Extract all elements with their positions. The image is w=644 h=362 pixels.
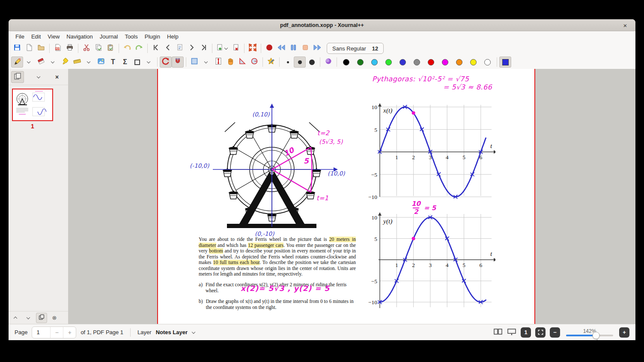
select-color-button[interactable] (499, 56, 511, 68)
sidebar-close-page-button[interactable]: ⊗ (49, 313, 60, 323)
copy-button[interactable] (92, 43, 104, 54)
next-page-button[interactable] (186, 43, 198, 54)
color-orange-button[interactable] (452, 56, 466, 68)
color-yellow-button[interactable] (466, 56, 480, 68)
record-audio-button[interactable] (263, 43, 275, 54)
toolbar-separator (279, 57, 280, 67)
forward-audio-button[interactable] (311, 43, 323, 54)
export-pdf-button[interactable]: PDF (52, 43, 64, 54)
sidebar-scroll-down-button[interactable] (23, 313, 34, 323)
svg-text:1: 1 (395, 154, 398, 160)
layer-selector[interactable]: Notes Layer (156, 329, 188, 335)
color-gray-button[interactable] (410, 56, 424, 68)
fill-toggle-button[interactable] (322, 56, 334, 68)
select-rectangle-button[interactable] (188, 56, 200, 68)
zoom-100-button[interactable]: 1 (521, 327, 531, 338)
zoom-in-button[interactable]: + (619, 327, 629, 338)
color-swatch (456, 59, 462, 65)
menu-edit[interactable]: Edit (28, 33, 44, 41)
page-number-input[interactable] (32, 327, 50, 338)
hand-tool-button[interactable] (224, 56, 236, 68)
color-cyan-button[interactable] (367, 56, 382, 68)
line-width-medium-button[interactable] (294, 56, 306, 68)
page-thumbnail[interactable] (12, 89, 53, 121)
shape-options-dropdown[interactable] (143, 56, 155, 68)
ruler-options-dropdown[interactable] (83, 56, 95, 68)
color-white-button[interactable] (480, 56, 495, 68)
line-width-thick-button[interactable] (306, 56, 318, 68)
close-window-button[interactable]: × (619, 19, 631, 31)
fine-dot-icon (287, 61, 289, 63)
font-button[interactable]: Sans Regular 12 (327, 43, 384, 54)
cut-button[interactable] (80, 43, 92, 54)
grid-snapping-button[interactable] (172, 56, 184, 68)
pause-audio-button[interactable] (287, 43, 299, 54)
color-magenta-button[interactable] (438, 56, 452, 68)
menu-tools[interactable]: Tools (121, 33, 141, 41)
open-document-button[interactable] (35, 43, 47, 54)
menu-file[interactable]: File (12, 33, 28, 41)
fullscreen-button[interactable] (247, 43, 259, 54)
ruler-tool-button[interactable] (71, 56, 83, 68)
setsquare-tool-button[interactable] (236, 56, 248, 68)
line-width-fine-button[interactable] (282, 56, 294, 68)
image-tool-button[interactable] (95, 56, 107, 68)
menu-help[interactable]: Help (164, 33, 182, 41)
sidebar-close-button[interactable]: × (51, 71, 63, 83)
sidebar-duplicate-button[interactable] (36, 313, 47, 323)
rewind-audio-button[interactable] (275, 43, 287, 54)
presentation-mode-button[interactable] (507, 328, 516, 337)
previous-annotated-page-button[interactable] (174, 43, 186, 54)
pdf-page[interactable]: Pythagoras: √10²-5² = √75 = 5√3 ≈ 8.66 (157, 69, 535, 324)
previous-page-button[interactable] (162, 43, 174, 54)
compass-tool-button[interactable] (248, 56, 260, 68)
vertical-space-tool-button[interactable] (212, 56, 224, 68)
zoom-slider[interactable] (566, 335, 613, 336)
redo-button[interactable] (133, 43, 145, 54)
sidebar-dropdown-button[interactable] (33, 71, 45, 83)
toolbar-separator (119, 44, 119, 53)
paste-button[interactable] (104, 43, 116, 54)
page-increment-button[interactable]: + (63, 327, 76, 338)
svg-text:t: t (490, 250, 492, 257)
dual-page-view-button[interactable] (493, 328, 503, 337)
print-button[interactable] (64, 43, 76, 54)
vertical-space-icon (215, 57, 222, 67)
add-page-button[interactable] (215, 43, 230, 54)
sidebar-pages-tab-button[interactable] (11, 71, 24, 83)
page-decrement-button[interactable]: − (50, 327, 63, 338)
zoom-slider-handle[interactable] (593, 332, 600, 339)
zoom-out-button[interactable]: − (550, 327, 560, 338)
eraser-tool-button[interactable] (35, 56, 47, 68)
chevron-down-icon (27, 315, 30, 319)
menu-view[interactable]: View (44, 33, 63, 41)
pen-tool-button[interactable] (11, 56, 23, 68)
delete-page-button[interactable] (230, 43, 242, 54)
color-blue-button[interactable] (396, 56, 410, 68)
last-page-button[interactable] (198, 43, 210, 54)
stop-audio-button[interactable] (299, 43, 311, 54)
document-canvas[interactable]: Pythagoras: √10²-5² = √75 = 5√3 ≈ 8.66 (69, 69, 635, 324)
highlighter-tool-button[interactable] (59, 56, 71, 68)
color-black-button[interactable] (339, 56, 353, 68)
selection-options-dropdown[interactable] (200, 56, 212, 68)
color-green-button[interactable] (382, 56, 396, 68)
save-button[interactable] (11, 43, 23, 54)
tex-tool-button[interactable]: Σ (119, 56, 131, 68)
menu-plugin[interactable]: Plugin (141, 33, 164, 41)
text-tool-button[interactable]: T (107, 56, 119, 68)
shape-tool-button[interactable] (131, 56, 143, 68)
sidebar-scroll-up-button[interactable] (10, 313, 21, 323)
pen-options-dropdown[interactable] (23, 56, 35, 68)
eraser-options-dropdown[interactable] (47, 56, 59, 68)
menu-journal[interactable]: Journal (96, 33, 122, 41)
menu-navigation[interactable]: Navigation (63, 33, 96, 41)
shape-recognizer-button[interactable] (265, 56, 277, 68)
new-document-button[interactable] (23, 43, 35, 54)
color-red-button[interactable] (424, 56, 438, 68)
undo-button[interactable] (121, 43, 133, 54)
first-page-button[interactable] (150, 43, 162, 54)
color-dark-green-button[interactable] (353, 56, 367, 68)
rotation-snapping-button[interactable] (160, 56, 172, 68)
zoom-fit-button[interactable] (535, 327, 546, 338)
